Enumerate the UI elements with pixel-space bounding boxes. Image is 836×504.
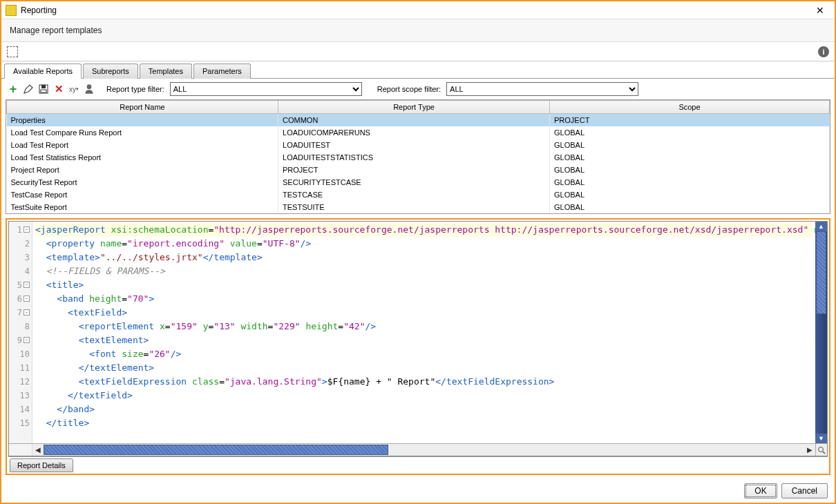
table-cell: SecurityTest Report (7, 176, 278, 188)
table-cell: GLOBAL (550, 164, 830, 176)
rename-icon[interactable]: xy▾ (68, 83, 80, 95)
table-cell: TESTSUITE (278, 201, 550, 213)
table-cell: GLOBAL (550, 151, 830, 164)
window-title: Reporting (21, 6, 810, 15)
hscroll-thumb[interactable] (44, 445, 388, 455)
table-row[interactable]: TestSuite ReportTESTSUITEGLOBAL (7, 201, 830, 213)
table-cell: Load Test Report (7, 139, 278, 151)
type-filter-label: Report type filter: (106, 85, 164, 93)
table-row[interactable]: SecurityTest ReportSECURITYTESTCASEGLOBA… (7, 176, 830, 188)
table-cell: LOADUITEST (278, 139, 550, 151)
user-icon[interactable] (83, 83, 95, 95)
svg-line-5 (823, 452, 825, 454)
scope-filter-label: Report scope filter: (377, 85, 441, 93)
scroll-left-icon[interactable]: ◀ (32, 445, 44, 456)
scope-filter-select[interactable]: ALL (446, 82, 638, 96)
upper-toolbar: i (1, 42, 835, 61)
add-icon[interactable]: + (7, 83, 19, 95)
filter-row: + ✕ xy▾ Report type filter: ALL Report s… (1, 79, 835, 99)
table-cell: Properties (7, 114, 278, 126)
vscroll-thumb[interactable] (816, 231, 826, 314)
dialog-buttons: OK Cancel (1, 479, 835, 503)
scroll-up-icon[interactable]: ▲ (815, 222, 827, 231)
table-cell: GLOBAL (550, 201, 830, 213)
scroll-down-icon[interactable]: ▼ (815, 434, 827, 443)
reports-table-wrap: Report Name Report Type Scope Properties… (6, 99, 830, 214)
delete-icon[interactable]: ✕ (53, 83, 65, 95)
table-cell: GLOBAL (550, 126, 830, 139)
table-cell: Load Test Compare Runs Report (7, 126, 278, 139)
window-subtitle: Manage report templates (1, 19, 835, 42)
type-filter-select[interactable]: ALL (170, 82, 362, 96)
main-tabbar: Available Reports Subreports Templates P… (1, 61, 835, 79)
table-cell: PROJECT (550, 114, 830, 126)
scroll-right-icon[interactable]: ▶ (804, 445, 815, 456)
ok-button[interactable]: OK (744, 483, 777, 498)
table-cell: Load Test Statistics Report (7, 151, 278, 164)
table-cell: LOADUICOMPARERUNS (278, 126, 550, 139)
cancel-button[interactable]: Cancel (781, 483, 828, 498)
svg-rect-1 (41, 85, 46, 88)
vertical-scrollbar[interactable]: ▲ ▼ (815, 222, 827, 444)
table-row[interactable]: Load Test Compare Runs ReportLOADUICOMPA… (7, 126, 830, 139)
table-cell: Project Report (7, 164, 278, 176)
expand-icon[interactable] (7, 46, 18, 57)
col-report-name[interactable]: Report Name (7, 101, 278, 114)
tab-subreports[interactable]: Subreports (83, 64, 138, 79)
horizontal-scrollbar[interactable]: ◀ ▶ (9, 443, 827, 456)
table-row[interactable]: TestCase ReportTESTCASEGLOBAL (7, 188, 830, 201)
tab-available-reports[interactable]: Available Reports (4, 64, 82, 79)
table-row[interactable]: Project ReportPROJECTGLOBAL (7, 164, 830, 176)
close-button[interactable]: ✕ (810, 3, 830, 17)
reports-table[interactable]: Report Name Report Type Scope Properties… (6, 100, 830, 213)
table-cell: GLOBAL (550, 139, 830, 151)
col-report-type[interactable]: Report Type (278, 101, 550, 114)
col-scope[interactable]: Scope (550, 101, 830, 114)
table-row[interactable]: Load Test Statistics ReportLOADUITESTSTA… (7, 151, 830, 164)
tab-report-details[interactable]: Report Details (10, 458, 73, 472)
edit-icon[interactable] (22, 83, 35, 95)
table-cell: GLOBAL (550, 176, 830, 188)
table-cell: TestSuite Report (7, 201, 278, 213)
table-cell: TestCase Report (7, 188, 278, 201)
save-icon[interactable] (37, 83, 50, 95)
table-cell: COMMON (278, 114, 550, 126)
zoom-icon[interactable] (815, 444, 827, 456)
table-cell: TESTCASE (278, 188, 550, 201)
code-area[interactable]: <jasperReport xsi:schemaLocation="http:/… (32, 222, 815, 444)
table-cell: GLOBAL (550, 188, 830, 201)
line-gutter[interactable]: 1-2345-6-7-89-101112131415 (9, 222, 32, 444)
tab-parameters[interactable]: Parameters (193, 64, 251, 79)
reporting-window: Reporting ✕ Manage report templates i Av… (0, 0, 836, 504)
app-icon (6, 5, 17, 16)
table-cell: PROJECT (278, 164, 550, 176)
tab-templates[interactable]: Templates (140, 64, 192, 79)
editor-panel: 1-2345-6-7-89-101112131415 <jasperReport… (6, 218, 830, 476)
table-row[interactable]: PropertiesCOMMONPROJECT (7, 114, 830, 126)
table-row[interactable]: Load Test ReportLOADUITESTGLOBAL (7, 139, 830, 151)
titlebar[interactable]: Reporting ✕ (1, 1, 835, 19)
info-icon[interactable]: i (818, 46, 829, 57)
svg-point-4 (819, 447, 824, 452)
code-editor[interactable]: 1-2345-6-7-89-101112131415 <jasperReport… (8, 221, 828, 457)
table-cell: SECURITYTESTCASE (278, 176, 550, 188)
svg-point-3 (87, 84, 92, 89)
editor-tabbar: Report Details (8, 456, 828, 472)
table-cell: LOADUITESTSTATISTICS (278, 151, 550, 164)
svg-rect-2 (41, 90, 46, 93)
